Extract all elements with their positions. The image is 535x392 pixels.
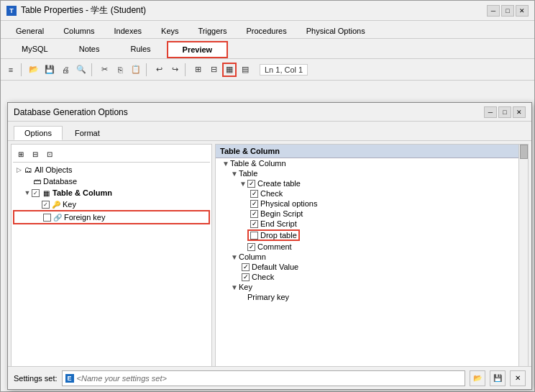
tab-keys[interactable]: Keys <box>152 23 188 38</box>
tree-toolbar: ⊞ ⊟ ⊡ <box>13 146 210 163</box>
column-check-checkbox[interactable] <box>242 273 250 281</box>
close-button[interactable]: ✕ <box>516 5 529 17</box>
dialog-close-btn[interactable]: ✕ <box>513 106 526 118</box>
default-value-checkbox[interactable] <box>242 263 250 271</box>
tree-refresh-btn[interactable]: ⊡ <box>43 147 56 160</box>
rtree-check[interactable]: Check <box>216 188 518 199</box>
tab-procedures[interactable]: Procedures <box>237 23 296 38</box>
scrollbar[interactable] <box>518 145 528 366</box>
rtree-key[interactable]: ▼ Key <box>216 282 518 292</box>
main-toolbar: ≡ 📂 💾 🖨 🔍 ✂ ⎘ 📋 ↩ ↪ ⊞ ⊟ ▦ ▤ Ln 1, Col 1 <box>1 59 534 81</box>
tree-collapse-all-btn[interactable]: ⊟ <box>29 147 42 160</box>
toolbar-new-btn[interactable]: ≡ <box>4 63 18 77</box>
tree-node-key[interactable]: ✓ 🔑 Key <box>13 199 210 210</box>
toolbar-open-btn[interactable]: 📂 <box>27 63 41 77</box>
toolbar-sep1 <box>21 63 24 76</box>
dialog-tab-format[interactable]: Format <box>64 126 111 140</box>
key-label: Key <box>63 200 76 209</box>
expand-all-objects-icon: ▷ <box>14 165 23 174</box>
rtree-expand-tc: ▼ <box>221 160 230 168</box>
settings-input-inner: E <Name your settings set> <box>65 374 462 383</box>
right-panel-header: Table & Column <box>216 145 528 158</box>
tree-node-table-column[interactable]: ▼ ✓ ▦ Table & Column <box>13 187 210 199</box>
tab-indexes[interactable]: Indexes <box>105 23 152 38</box>
main-tabs-row1: General Columns Indexes Keys Triggers Pr… <box>1 21 534 39</box>
rtree-default-value[interactable]: Default Value <box>216 262 518 272</box>
rtree-begin-script[interactable]: Begin Script <box>216 209 518 219</box>
dialog-body: ⊞ ⊟ ⊡ ▷ 🗂 All Objects 🗃 Database ▼ ✓ <box>8 141 531 370</box>
physical-options-checkbox[interactable] <box>250 200 258 208</box>
drop-table-label: Drop table <box>260 231 297 240</box>
toolbar-undo-btn[interactable]: ↩ <box>152 63 166 77</box>
all-objects-label: All Objects <box>35 165 73 174</box>
settings-open-btn[interactable]: 📂 <box>470 370 485 386</box>
comment-checkbox[interactable] <box>247 243 255 251</box>
tab-preview[interactable]: Preview <box>167 41 229 58</box>
settings-save-btn[interactable]: 💾 <box>490 370 506 386</box>
end-script-checkbox[interactable] <box>250 220 258 228</box>
rtree-drop-table[interactable]: Drop table <box>216 229 518 242</box>
tab-columns[interactable]: Columns <box>54 23 104 38</box>
begin-script-checkbox[interactable] <box>250 210 258 218</box>
tree-node-all-objects[interactable]: ▷ 🗂 All Objects <box>13 164 210 176</box>
rtree-column[interactable]: ▼ Column <box>216 252 518 262</box>
settings-close-btn[interactable]: ✕ <box>510 370 526 386</box>
fk-icon: 🔗 <box>52 212 63 222</box>
expand-table-column-icon: ▼ <box>23 188 32 197</box>
tree-node-foreign-key[interactable]: 🔗 Foreign key <box>13 210 210 224</box>
dialog-maximize-btn[interactable]: □ <box>498 106 511 118</box>
toolbar-grid-btn[interactable]: ▤ <box>238 63 252 77</box>
right-panel: Table & Column ▼ Table & Column ▼ Table <box>215 144 529 367</box>
toolbar-paste-btn[interactable]: 📋 <box>129 63 143 77</box>
maximize-button[interactable]: □ <box>501 5 514 17</box>
tree-node-database[interactable]: 🗃 Database <box>13 176 210 187</box>
dialog-minimize-btn[interactable]: ─ <box>484 106 497 118</box>
table-column-checkbox[interactable]: ✓ <box>32 189 40 197</box>
rtree-table[interactable]: ▼ Table <box>216 168 518 178</box>
tab-physical-options[interactable]: Physical Options <box>297 23 375 38</box>
rtree-comment[interactable]: Comment <box>216 242 518 252</box>
rtree-end-script[interactable]: End Script <box>216 219 518 229</box>
toolbar-print-btn[interactable]: 🖨 <box>58 63 73 77</box>
fk-checkbox[interactable] <box>43 214 51 222</box>
rtree-table-column[interactable]: ▼ Table & Column <box>216 158 518 168</box>
tab-general[interactable]: General <box>6 23 53 38</box>
toolbar-cut-btn[interactable]: ✂ <box>97 63 111 77</box>
toolbar-redo-btn[interactable]: ↪ <box>168 63 182 77</box>
toolbar-view-btn[interactable]: ▦ <box>222 63 237 77</box>
rtree-create-table[interactable]: ▼ Create table <box>216 178 518 188</box>
dialog-win-controls: ─ □ ✕ <box>484 106 526 118</box>
rtree-expand-key: ▼ <box>230 283 239 291</box>
database-label: Database <box>43 177 77 186</box>
main-tabs-row2: MySQL Notes Rules Preview <box>1 39 534 59</box>
cursor-position: Ln 1, Col 1 <box>260 64 308 76</box>
tab-triggers[interactable]: Triggers <box>189 23 237 38</box>
dialog-tab-options[interactable]: Options <box>14 126 63 140</box>
database-icon: 🗃 <box>32 176 42 186</box>
rtree-physical-options[interactable]: Physical options <box>216 199 518 209</box>
tree-panel: ⊞ ⊟ ⊡ ▷ 🗂 All Objects 🗃 Database ▼ ✓ <box>11 144 212 367</box>
settings-flag-icon: E <box>65 374 74 383</box>
rtree-primary-key[interactable]: Primary key <box>216 292 518 302</box>
tab-mysql[interactable]: MySQL <box>6 41 63 58</box>
toolbar-wrap-btn[interactable]: ⊞ <box>191 63 205 77</box>
key-checkbox[interactable]: ✓ <box>42 201 50 209</box>
create-table-checkbox[interactable] <box>247 180 255 188</box>
rtree-expand-column: ▼ <box>230 253 239 261</box>
drop-table-checkbox[interactable] <box>250 232 258 240</box>
right-panel-content: ▼ Table & Column ▼ Table ▼ Create table <box>216 158 528 302</box>
toolbar-find-btn[interactable]: 🔍 <box>74 63 88 77</box>
rtree-column-check[interactable]: Check <box>216 272 518 282</box>
tab-notes[interactable]: Notes <box>64 41 115 58</box>
toolbar-zoom-btn[interactable]: ⊟ <box>206 63 221 77</box>
toolbar-copy-btn[interactable]: ⎘ <box>113 63 127 77</box>
settings-input-field[interactable]: E <Name your settings set> <box>62 370 465 386</box>
minimize-button[interactable]: ─ <box>487 5 500 17</box>
check-checkbox[interactable] <box>250 190 258 198</box>
rtree-expand-table: ▼ <box>230 170 239 178</box>
main-title-bar: T Table Properties - 学生 (Student) ─ □ ✕ <box>1 1 534 21</box>
tree-expand-all-btn[interactable]: ⊞ <box>14 147 27 160</box>
scroll-thumb[interactable] <box>520 145 528 159</box>
toolbar-save-btn[interactable]: 💾 <box>42 63 57 77</box>
tab-rules[interactable]: Rules <box>115 41 165 58</box>
